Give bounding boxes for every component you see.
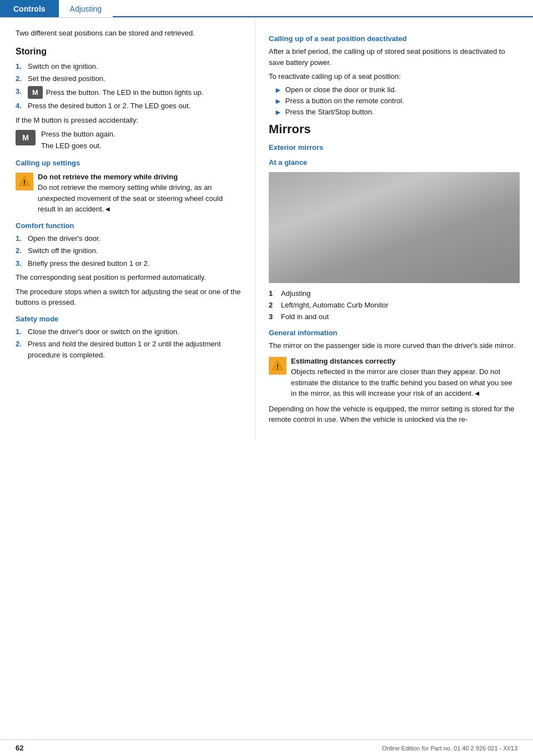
step-num: 2.: [16, 339, 26, 360]
header-adjusting-tab[interactable]: Adjusting: [59, 0, 113, 17]
door-panel-bg: [269, 172, 520, 283]
list-item: 1. Switch on the ignition.: [16, 61, 242, 72]
list-item: 4. Press the desired button 1 or 2. The …: [16, 100, 242, 112]
m-press-again-text: Press the button again. The LED goes out…: [41, 129, 115, 152]
calling-up-settings-heading: Calling up settings: [16, 159, 242, 167]
comfort-function-heading: Comfort function: [16, 221, 242, 230]
warning-text-distances: Estimating distances correctly Objects r…: [291, 356, 520, 399]
warning-body-driving: Do not retrieve the memory setting while…: [38, 182, 242, 215]
step-num: 1.: [16, 326, 26, 337]
edition-text: Online Edition for Part no. 01 40 2 926 …: [382, 745, 517, 752]
safety-steps-list: 1. Close the driver's door or switch on …: [16, 326, 242, 361]
step-text: Briefly press the desired button 1 or 2.: [28, 258, 150, 269]
main-content: Two different seat positions can be stor…: [0, 18, 533, 439]
general-info-text1: The mirror on the passenger side is more…: [269, 340, 520, 351]
bullet-icon: ►: [274, 85, 282, 94]
mirror-legend: 1 Adjusting 2 Left/right, Automatic Curb…: [269, 289, 520, 322]
comfort-steps-list: 1. Open the driver's door. 2. Switch off…: [16, 233, 242, 269]
exterior-mirrors-heading: Exterior mirrors: [269, 143, 520, 152]
list-item: 3. M Press the button. The LED in the bu…: [16, 86, 242, 99]
step-text: Press the button. The LED in the button …: [46, 87, 204, 98]
step-num: 1.: [16, 61, 26, 72]
list-item: 3. Briefly press the desired button 1 or…: [16, 258, 242, 269]
step-text: Close the driver's door or switch on the…: [28, 326, 179, 337]
legend-num: 3: [269, 312, 281, 322]
list-item: 1. Open the driver's door.: [16, 233, 242, 244]
m-button-large-icon: M: [16, 130, 36, 145]
at-a-glance-heading: At a glance: [269, 158, 520, 167]
list-item: ► Open or close the door or trunk lid.: [274, 85, 520, 94]
general-info-text2: Depending on how the vehicle is equipped…: [269, 404, 520, 425]
step-text: Set the desired position.: [28, 73, 105, 84]
svg-rect-22: [277, 367, 278, 369]
m-step-1: Press the button again.: [41, 129, 115, 140]
warning-title-driving: Do not retrieve the memory while driving: [38, 172, 242, 183]
list-item: 2. Set the desired position.: [16, 73, 242, 84]
warning-icon-distances: [269, 357, 286, 375]
step-num: 1.: [16, 233, 26, 244]
warning-icon: [16, 173, 33, 190]
m-button-icon: M: [28, 86, 43, 99]
if-m-pressed-text: If the M button is pressed accidentally:: [16, 115, 242, 126]
deactivated-text1: After a brief period, the calling up of …: [269, 46, 520, 68]
page-footer: 62 Online Edition for Part no. 01 40 2 9…: [0, 739, 533, 756]
list-item: 2. Press and hold the desired button 1 o…: [16, 339, 242, 360]
mirrors-heading: Mirrors: [269, 122, 520, 137]
m-step-2: The LED goes out.: [41, 140, 115, 152]
step-num: 3.: [16, 86, 26, 99]
legend-text: Adjusting: [281, 289, 310, 299]
mirror-image: 1 2 3: [269, 172, 520, 283]
header-controls-tab[interactable]: Controls: [0, 0, 59, 17]
m-button-row: M Press the button again. The LED goes o…: [16, 129, 242, 152]
list-item: 2. Switch off the ignition.: [16, 245, 242, 256]
comfort-text1: The corresponding seat position is perfo…: [16, 272, 242, 283]
warning-text-driving: Do not retrieve the memory while driving…: [38, 172, 242, 215]
step-text: Switch on the ignition.: [28, 61, 98, 72]
controls-label: Controls: [13, 4, 46, 13]
calling-up-deactivated-heading: Calling up of a seat position deactivate…: [269, 34, 520, 43]
step-text: Switch off the ignition.: [28, 245, 98, 256]
list-item: ► Press the Start/Stop button.: [274, 108, 520, 117]
step-num: 3.: [16, 258, 26, 269]
storing-heading: Storing: [16, 47, 242, 57]
adjusting-label: Adjusting: [70, 4, 102, 13]
list-item: 1 Adjusting: [269, 289, 520, 299]
step-text: Press the desired button 1 or 2. The LED…: [28, 100, 190, 112]
right-column: Calling up of a seat position deactivate…: [255, 18, 533, 439]
deactivated-text2: To reactivate calling up of a seat posit…: [269, 71, 520, 82]
page-header: Controls Adjusting: [0, 0, 533, 18]
list-item: ► Press a button on the remote control.: [274, 97, 520, 105]
storing-steps-list: 1. Switch on the ignition. 2. Set the de…: [16, 61, 242, 112]
safety-mode-heading: Safety mode: [16, 315, 242, 323]
legend-num: 2: [269, 300, 281, 310]
step-text: Open the driver's door.: [28, 233, 100, 244]
page-number: 62: [16, 744, 23, 752]
warning-box-driving: Do not retrieve the memory while driving…: [16, 172, 242, 215]
step-num: 4.: [16, 100, 26, 112]
step-num: 2.: [16, 73, 26, 84]
warning-title-distances: Estimating distances correctly: [291, 356, 520, 367]
svg-rect-0: [24, 180, 25, 183]
header-line: [113, 16, 533, 17]
step-text: Press and hold the desired button 1 or 2…: [28, 339, 242, 360]
legend-num: 1: [269, 289, 281, 299]
reactivate-list: ► Open or close the door or trunk lid. ►…: [269, 85, 520, 117]
bullet-text: Press the Start/Stop button.: [285, 108, 374, 116]
bullet-icon: ►: [274, 108, 282, 117]
bullet-icon: ►: [274, 97, 282, 105]
intro-text: Two different seat positions can be stor…: [16, 28, 242, 39]
list-item: 2 Left/right, Automatic Curb Monitor: [269, 300, 520, 310]
svg-rect-1: [24, 183, 25, 184]
left-column: Two different seat positions can be stor…: [0, 18, 255, 439]
bullet-text: Open or close the door or trunk lid.: [285, 85, 396, 94]
bullet-text: Press a button on the remote control.: [285, 97, 404, 105]
legend-text: Left/right, Automatic Curb Monitor: [281, 300, 389, 310]
warning-body-distances: Objects reflected in the mirror are clos…: [291, 366, 520, 399]
warning-box-distances: Estimating distances correctly Objects r…: [269, 356, 520, 399]
comfort-text2: The procedure stops when a switch for ad…: [16, 286, 242, 308]
step-num: 2.: [16, 245, 26, 256]
legend-text: Fold in and out: [281, 312, 329, 322]
svg-rect-21: [277, 364, 278, 367]
list-item: 3 Fold in and out: [269, 312, 520, 322]
general-information-heading: General information: [269, 329, 520, 337]
